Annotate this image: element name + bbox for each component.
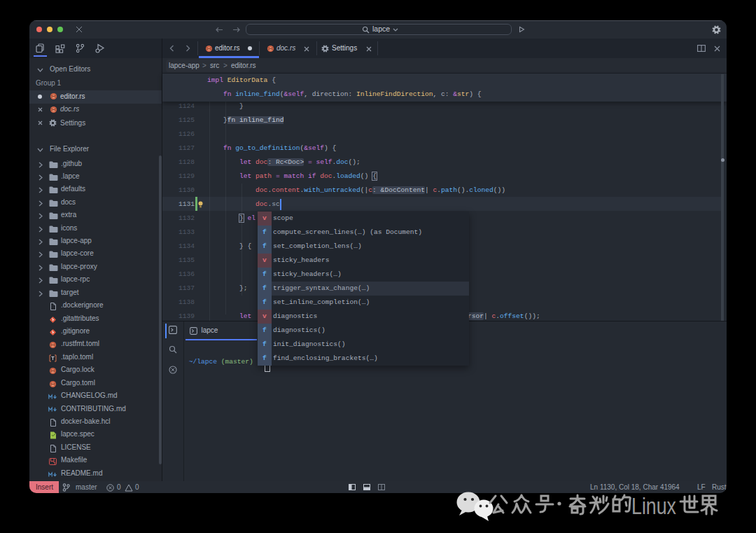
svg-text:Linux: Linux bbox=[631, 493, 676, 519]
